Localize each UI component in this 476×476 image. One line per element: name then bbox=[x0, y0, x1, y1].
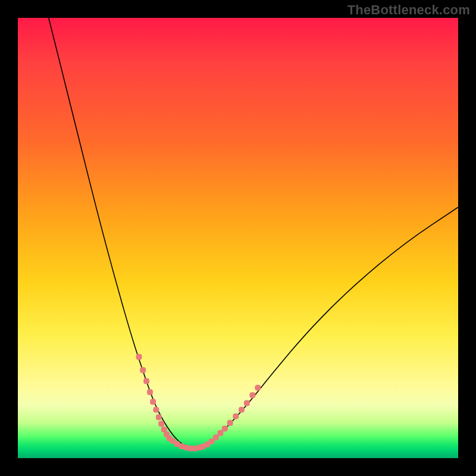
highlight-dot bbox=[233, 414, 239, 419]
highlight-dot bbox=[136, 354, 142, 360]
highlight-dot bbox=[150, 399, 156, 405]
highlight-dot bbox=[143, 378, 149, 384]
highlight-dot bbox=[147, 389, 153, 395]
highlight-dot bbox=[244, 400, 250, 406]
highlight-dot bbox=[156, 414, 162, 420]
highlight-dot bbox=[222, 425, 228, 431]
bottleneck-curve-path bbox=[49, 18, 458, 448]
highlight-dots-layer bbox=[136, 354, 261, 452]
highlight-dot bbox=[213, 434, 219, 440]
curve-line bbox=[49, 18, 458, 448]
watermark-label: TheBottleneck.com bbox=[347, 2, 470, 18]
highlight-dot bbox=[227, 420, 233, 426]
highlight-dot bbox=[158, 421, 164, 427]
chart-frame: TheBottleneck.com bbox=[0, 0, 476, 476]
plot-area bbox=[18, 18, 458, 458]
highlight-dot bbox=[153, 407, 159, 413]
highlight-dot bbox=[239, 407, 245, 413]
highlight-dot bbox=[196, 444, 202, 450]
highlight-dot bbox=[249, 392, 255, 398]
highlight-dot bbox=[217, 430, 223, 436]
chart-svg bbox=[18, 18, 458, 458]
highlight-dot bbox=[255, 385, 261, 391]
highlight-dot bbox=[140, 367, 146, 373]
